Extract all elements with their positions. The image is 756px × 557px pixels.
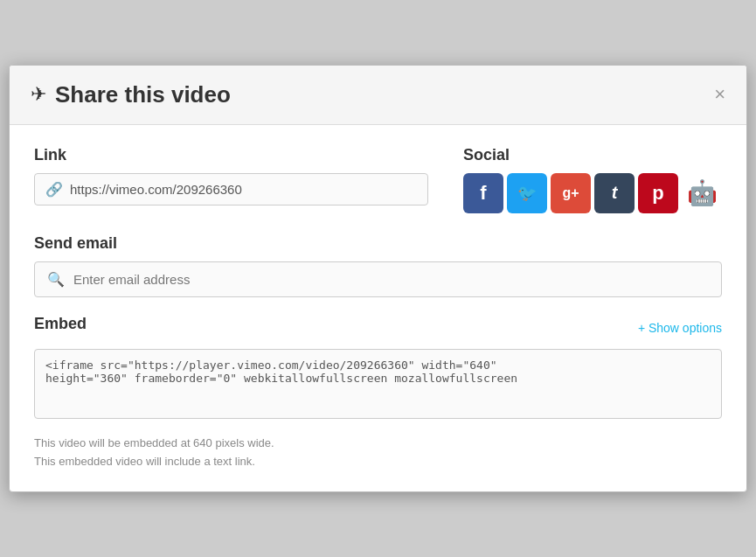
embed-notes: This video will be embedded at 640 pixel… (34, 435, 722, 471)
embed-section: Embed + Show options <iframe src="https:… (34, 315, 722, 471)
tumblr-icon[interactable]: t (594, 173, 635, 213)
twitter-icon[interactable]: 🐦 (507, 173, 547, 213)
embed-label: Embed (34, 315, 87, 333)
link-input-wrap: 🔗 (34, 173, 428, 205)
close-button[interactable]: × (714, 85, 725, 104)
link-section: Link 🔗 (34, 146, 428, 205)
email-input[interactable] (73, 272, 709, 287)
send-icon: ✈ (31, 83, 46, 106)
link-input[interactable] (70, 182, 417, 197)
modal-header: ✈ Share this video × (10, 66, 746, 125)
email-label: Send email (34, 234, 722, 253)
googleplus-icon[interactable]: g+ (551, 173, 591, 213)
show-options-button[interactable]: + Show options (638, 321, 722, 335)
social-icons: f 🐦 g+ t p 🤖 (463, 173, 722, 213)
embed-textarea[interactable]: <iframe src="https://player.vimeo.com/vi… (34, 349, 722, 419)
pinterest-icon[interactable]: p (638, 173, 678, 213)
header-left: ✈ Share this video (31, 81, 231, 108)
social-section: Social f 🐦 g+ t p 🤖 (463, 146, 722, 213)
facebook-icon[interactable]: f (463, 173, 503, 213)
embed-header: Embed + Show options (34, 315, 722, 342)
share-modal: ✈ Share this video × Link 🔗 Social f 🐦 (9, 65, 747, 493)
search-icon: 🔍 (47, 271, 65, 288)
modal-body: Link 🔗 Social f 🐦 g+ t p 🤖 (10, 125, 746, 492)
link-label: Link (34, 146, 428, 164)
modal-title: Share this video (55, 81, 231, 108)
social-label: Social (463, 146, 722, 164)
link-icon: 🔗 (45, 181, 63, 198)
reddit-icon[interactable]: 🤖 (682, 173, 722, 213)
top-row: Link 🔗 Social f 🐦 g+ t p 🤖 (34, 146, 722, 213)
embed-note-2: This embedded video will include a text … (34, 453, 722, 471)
embed-note-1: This video will be embedded at 640 pixel… (34, 435, 722, 453)
email-input-wrap: 🔍 (34, 261, 722, 297)
email-section: Send email 🔍 (34, 234, 722, 297)
